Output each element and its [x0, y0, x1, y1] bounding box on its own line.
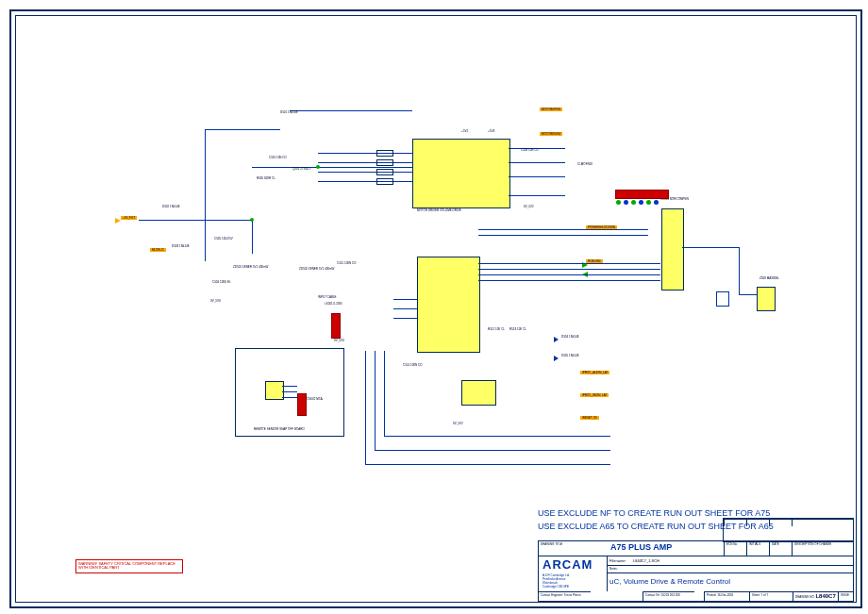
tb-rev-initials: INITIALS — [746, 541, 769, 556]
label-input-cable: INPUT CABLE — [318, 295, 337, 299]
label-c515: C515 100N CD — [337, 261, 356, 265]
chip-max809 — [757, 287, 776, 311]
tb-contacttel: Contact Tel: 01223 203 200 — [643, 591, 694, 601]
wire — [252, 167, 412, 168]
tb-drawingno: DRAWING NO. L840C7 — [793, 591, 838, 601]
tb-rev-date: DATE — [769, 541, 792, 556]
wire — [318, 162, 412, 163]
wire — [282, 397, 297, 398]
tb-printed: Printed: 13-Dec-2001 — [704, 591, 749, 601]
label-zd501: ZD501 ZENER 5V1 400mW — [233, 265, 268, 269]
wire — [393, 308, 417, 309]
wire — [282, 391, 297, 392]
lk501-pads — [331, 313, 341, 339]
wire — [318, 172, 412, 173]
net-clmofs: CLMOFS00 — [577, 162, 593, 166]
remote-sensor-board — [235, 348, 344, 437]
rev-c1 — [724, 519, 746, 526]
wire — [384, 436, 610, 437]
tb-drawing-title: A75 PLUS AMP — [610, 542, 672, 552]
wire — [478, 235, 648, 236]
vcc-1: +5V2 — [461, 129, 468, 133]
cn502-pads — [297, 393, 307, 416]
tb-filename-label: Filename: — [609, 558, 626, 563]
diode-d505 — [554, 356, 559, 361]
tb-issue: ISSUE — [838, 591, 853, 601]
wire — [205, 129, 280, 130]
net-motorup: MOTORUPSW — [540, 108, 562, 111]
chip-mcu — [417, 257, 480, 353]
wire — [739, 294, 757, 295]
wire — [682, 247, 739, 248]
r506-body — [376, 150, 393, 157]
tb-rev-desc: DESCRIPTION OF CHANGE — [792, 541, 853, 556]
tb-contacteng-label: Contact Engineer: Trevor Pierce — [539, 591, 591, 601]
drawing-sheet: MOTOR DRIVER VOLUME DRIVE SK501 NORCOMP9… — [9, 9, 862, 608]
header-pads — [615, 190, 669, 199]
label-c505: C505 10U/25V — [214, 237, 233, 241]
label-zd502: ZD502 ZENER 5V1 400mW — [299, 267, 334, 271]
label-d501: D501 1N4148 — [280, 110, 298, 114]
wire — [509, 195, 565, 196]
wire — [139, 220, 252, 221]
chip-motor-driver — [412, 139, 510, 208]
wire — [478, 274, 660, 275]
net-proc-audin: /PROC_AUDIN_LAT — [580, 371, 609, 374]
wire — [384, 351, 385, 436]
pin-dot-4 — [639, 200, 643, 205]
label-q501: Q501 ZTX651 — [292, 167, 310, 171]
wire — [478, 269, 660, 270]
brand-logo: ARCAM — [542, 557, 607, 572]
tb-page-title-cell: uC, Volume Drive & Remote Control — [607, 573, 853, 591]
wire — [290, 110, 412, 111]
label-r513: R513 10K CL — [509, 327, 526, 331]
wire — [478, 263, 660, 264]
pin-dot-5 — [646, 200, 651, 205]
safety-warning: WARNING! SAFETY CRITICAL COMPONENT REPLA… — [75, 559, 183, 573]
label-cn502: CN502 MCA — [307, 397, 323, 401]
net-reset: /RESET_IN — [580, 416, 599, 420]
port-9vfilt: +9V_FILT — [121, 216, 137, 220]
company-address: A & R Cambridge Ltd. Pembroke Avenue Wat… — [542, 573, 607, 589]
wire — [282, 386, 297, 387]
wire — [365, 464, 610, 465]
chip-sk501 — [661, 208, 684, 290]
rev-c2 — [746, 519, 769, 526]
wire — [365, 351, 366, 464]
gnd-4: 0V_5V2 — [524, 205, 534, 208]
r508-body — [376, 169, 393, 175]
rev-c4 — [792, 519, 853, 526]
chip-eeprom — [461, 380, 496, 406]
wire — [478, 229, 648, 230]
label-d505: D505 1N4148 — [561, 354, 579, 357]
chip-z503 — [265, 381, 284, 400]
wire — [393, 318, 417, 319]
tb-sheet: Sheet: 7 of 7 — [749, 591, 793, 601]
pin-dot-3 — [631, 200, 636, 205]
wire — [509, 176, 565, 177]
junction — [250, 218, 254, 222]
gnd-1: 0V_5V3 — [210, 299, 221, 303]
wire — [205, 129, 206, 261]
wire — [393, 299, 417, 300]
junction — [316, 165, 320, 169]
wire — [318, 153, 412, 154]
gnd-2: 0V_5V3 — [334, 339, 344, 342]
diode-d504 — [554, 337, 559, 342]
label-d502: D502 1N4148 — [162, 205, 180, 208]
wire — [375, 450, 610, 451]
cap-c516 — [716, 291, 729, 307]
label-z508: Z508 MAX809L — [760, 276, 779, 280]
r507-body — [376, 159, 393, 166]
label-c509: C509 10N CD — [521, 148, 539, 152]
label-d503: D503 1N4148 — [172, 244, 190, 248]
label-motor-driver: MOTOR DRIVER VOLUME DRIVE — [417, 208, 461, 212]
tb-drawing-title-label: DRAWING TITLE — [539, 541, 607, 556]
label-remote-board: REMOTE SENSOR SNAP OFF BOARD — [254, 427, 305, 431]
label-c514: C514 100N CD — [403, 363, 422, 367]
tb-page-title: uC, Volume Drive & Remote Control — [609, 574, 851, 586]
wire — [375, 351, 376, 450]
note-line1: USE EXCLUDE NF TO CREATE RUN OUT SHEET F… — [538, 508, 770, 518]
label-r505: R505 820R CL — [257, 176, 275, 180]
pin-dot-1 — [616, 200, 621, 205]
